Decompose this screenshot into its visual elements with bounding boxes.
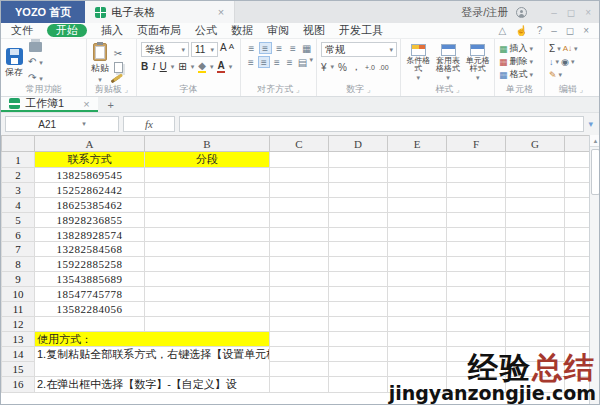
- cell[interactable]: [329, 287, 388, 302]
- cell[interactable]: [506, 362, 565, 377]
- paste-button[interactable]: 粘贴 ▾: [91, 42, 109, 84]
- cell[interactable]: [388, 287, 447, 302]
- cell[interactable]: [447, 257, 506, 272]
- number-format-select[interactable]: 常规▾: [321, 42, 397, 57]
- row-header[interactable]: 7: [2, 242, 35, 257]
- cell-b3[interactable]: [145, 182, 270, 197]
- cell[interactable]: [565, 212, 590, 227]
- cell-a13-usage-title[interactable]: 使用方式：: [35, 331, 270, 347]
- cell[interactable]: [270, 272, 329, 287]
- cell[interactable]: [506, 257, 565, 272]
- align-left-button[interactable]: ≡: [245, 56, 257, 68]
- cell[interactable]: [447, 212, 506, 227]
- formula-input[interactable]: [179, 116, 584, 132]
- new-workbook-button[interactable]: +: [98, 97, 124, 112]
- orientation-button[interactable]: ≡: [286, 42, 299, 54]
- undo-button[interactable]: ↶ ▾: [28, 56, 43, 68]
- column-header-b[interactable]: B: [145, 136, 270, 152]
- sort-button[interactable]: A↓: [563, 44, 572, 53]
- decrease-decimal-button[interactable]: .00: [379, 64, 389, 71]
- underline-button[interactable]: U: [160, 61, 167, 72]
- row-header[interactable]: 11: [2, 302, 35, 317]
- help-icon[interactable]: ?: [537, 25, 543, 36]
- cell[interactable]: [565, 168, 590, 183]
- cell[interactable]: [447, 347, 506, 362]
- cell[interactable]: [506, 377, 565, 393]
- row-header[interactable]: 16: [2, 377, 35, 393]
- cell-b7[interactable]: [145, 242, 270, 257]
- doc-close-icon[interactable]: ×: [583, 25, 589, 36]
- cut-icon[interactable]: ✂: [114, 48, 122, 59]
- cell[interactable]: [388, 182, 447, 197]
- cell[interactable]: [270, 347, 329, 362]
- cell[interactable]: [388, 272, 447, 287]
- fill-color-button[interactable]: ◆: [198, 60, 206, 73]
- cell[interactable]: [329, 331, 388, 347]
- menu-view[interactable]: 视图: [303, 23, 325, 38]
- cell[interactable]: [447, 362, 506, 377]
- cell[interactable]: [447, 242, 506, 257]
- doc-minimize-icon[interactable]: –: [551, 25, 557, 36]
- cell-a8[interactable]: 15922885258: [35, 257, 145, 272]
- cell[interactable]: [565, 302, 590, 317]
- cell[interactable]: [329, 302, 388, 317]
- cell[interactable]: [447, 197, 506, 212]
- cell[interactable]: [565, 152, 590, 168]
- row-header[interactable]: 1: [2, 152, 35, 168]
- row-header[interactable]: 14: [2, 347, 35, 362]
- align-center-button[interactable]: ≡: [258, 56, 270, 68]
- column-header-partial[interactable]: [565, 136, 590, 152]
- cell-b8[interactable]: [145, 257, 270, 272]
- row-header[interactable]: 6: [2, 227, 35, 242]
- scrollbar-thumb[interactable]: [591, 149, 600, 195]
- wrap-text-button[interactable]: ▤: [297, 56, 309, 68]
- vertical-scrollbar[interactable]: ▲: [589, 135, 600, 405]
- cell[interactable]: [388, 316, 447, 331]
- cell[interactable]: [565, 377, 590, 393]
- merge-cells-button[interactable]: ▦: [300, 42, 313, 54]
- cell[interactable]: [270, 168, 329, 183]
- touch-mode-icon[interactable]: ☝: [515, 25, 527, 36]
- menu-page-layout[interactable]: 页面布局: [137, 23, 181, 38]
- cell[interactable]: [506, 227, 565, 242]
- row-header[interactable]: 3: [2, 182, 35, 197]
- column-header-e[interactable]: E: [388, 136, 447, 152]
- menu-developer[interactable]: 开发工具: [339, 23, 383, 38]
- cell[interactable]: [506, 182, 565, 197]
- cell[interactable]: [506, 242, 565, 257]
- cell[interactable]: [506, 287, 565, 302]
- menu-file[interactable]: 文件: [11, 23, 33, 38]
- menu-insert[interactable]: 插入: [101, 23, 123, 38]
- cell[interactable]: [329, 377, 388, 393]
- close-workbook-icon[interactable]: ×: [83, 98, 89, 110]
- cell[interactable]: [388, 362, 447, 377]
- cell[interactable]: [565, 242, 590, 257]
- column-header-f[interactable]: F: [447, 136, 506, 152]
- cell[interactable]: [506, 168, 565, 183]
- cell[interactable]: [329, 152, 388, 168]
- cell-a16-step2[interactable]: 2.在弹出框中选择【数字】-【自定义】设: [35, 377, 270, 393]
- scroll-up-icon[interactable]: ▲: [590, 135, 600, 147]
- cell[interactable]: [270, 242, 329, 257]
- clear-button[interactable]: ✎: [549, 70, 557, 80]
- cell[interactable]: [447, 302, 506, 317]
- align-top-button[interactable]: ≡: [245, 42, 258, 54]
- font-name-select[interactable]: 等线▾: [141, 42, 189, 57]
- cell[interactable]: [270, 331, 329, 347]
- collapse-ribbon-icon[interactable]: △: [499, 25, 507, 36]
- cell[interactable]: [506, 197, 565, 212]
- name-box-dropdown-icon[interactable]: ▾: [82, 120, 86, 128]
- column-header-a[interactable]: A: [35, 136, 145, 152]
- cell[interactable]: [329, 242, 388, 257]
- cell[interactable]: [270, 212, 329, 227]
- cell[interactable]: [565, 182, 590, 197]
- select-all-corner[interactable]: [2, 136, 35, 152]
- row-header[interactable]: 2: [2, 168, 35, 183]
- copy-icon[interactable]: [114, 62, 123, 73]
- cell[interactable]: [270, 257, 329, 272]
- cell[interactable]: [270, 227, 329, 242]
- cell[interactable]: [270, 302, 329, 317]
- cell-b6[interactable]: [145, 227, 270, 242]
- cell-a3[interactable]: 15252862442: [35, 182, 145, 197]
- cell[interactable]: [388, 212, 447, 227]
